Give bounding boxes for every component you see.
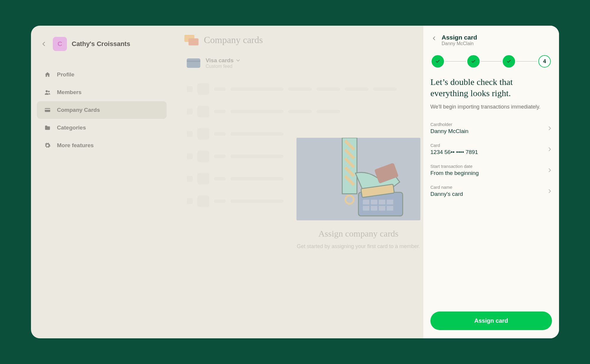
step-1-done: [432, 55, 444, 68]
sidebar-item-label: Company Cards: [57, 107, 100, 113]
chevron-right-icon: [547, 168, 552, 173]
card-icon: [44, 106, 51, 114]
home-icon: [44, 71, 51, 78]
svg-rect-13: [379, 200, 385, 204]
review-label: Card name: [430, 185, 463, 190]
chevron-left-icon: [432, 36, 437, 41]
chevron-down-icon: [236, 58, 240, 63]
panel-subtitle: Danny McClain: [442, 41, 477, 46]
svg-rect-11: [363, 200, 369, 204]
workspace-name: Cathy's Croissants: [72, 40, 130, 48]
nav-list: Profile Members Company Cards Categories: [37, 66, 167, 154]
check-icon: [435, 59, 440, 64]
main-content: Company cards Visa cards Custom feed: [173, 26, 423, 338]
review-value: 1234 56•• •••• 7891: [430, 149, 478, 155]
list-item: [184, 100, 412, 123]
gear-icon: [44, 142, 51, 149]
sidebar-item-categories[interactable]: Categories: [37, 119, 167, 137]
panel-footer: Assign card: [430, 311, 552, 330]
sidebar-item-profile[interactable]: Profile: [37, 66, 167, 83]
sidebar-item-members[interactable]: Members: [37, 83, 167, 101]
sidebar-item-label: Members: [57, 89, 81, 96]
svg-rect-18: [387, 206, 393, 211]
step-3-done: [503, 55, 515, 68]
panel-header: Assign card Danny McClain: [430, 34, 552, 46]
step-4-current: 4: [538, 55, 551, 68]
check-icon: [471, 59, 476, 64]
card-feed-selector[interactable]: Visa cards Custom feed: [184, 54, 412, 72]
chevron-left-icon: [41, 41, 47, 47]
assign-card-button[interactable]: Assign card: [430, 311, 552, 330]
review-label: Start transaction date: [430, 164, 479, 169]
sidebar-item-more-features[interactable]: More features: [37, 137, 167, 154]
members-icon: [44, 89, 51, 96]
svg-point-1: [48, 91, 50, 93]
folder-icon: [44, 124, 51, 131]
review-value: From the beginning: [430, 170, 479, 176]
promo-illustration: [296, 138, 420, 220]
visa-card-icon: [187, 58, 200, 68]
chevron-right-icon: [547, 126, 552, 131]
back-button[interactable]: [40, 40, 48, 48]
main-header: Company cards: [184, 35, 412, 45]
workspace-avatar: C: [53, 37, 67, 51]
svg-rect-3: [45, 109, 50, 110]
svg-point-0: [46, 90, 48, 92]
svg-rect-14: [387, 200, 393, 204]
review-label: Cardholder: [430, 122, 468, 127]
review-start-date[interactable]: Start transaction date From the beginnin…: [430, 160, 552, 181]
review-card[interactable]: Card 1234 56•• •••• 7891: [430, 139, 552, 160]
feed-subtitle: Custom feed: [206, 64, 240, 69]
chevron-right-icon: [547, 147, 552, 152]
stepper: 4: [430, 55, 552, 68]
empty-state-subtitle: Get started by assigning your first card…: [294, 243, 423, 250]
sidebar-item-label: Profile: [57, 71, 74, 78]
page-title: Company cards: [204, 35, 263, 45]
workspace-initial: C: [58, 40, 62, 48]
company-cards-icon: [184, 35, 199, 45]
sidebar: C Cathy's Croissants Profile Members: [31, 26, 173, 338]
app-window: C Cathy's Croissants Profile Members: [31, 26, 559, 338]
svg-rect-15: [363, 206, 369, 211]
panel-back-button[interactable]: [430, 35, 438, 42]
review-card-name[interactable]: Card name Danny's card: [430, 181, 552, 201]
sidebar-item-company-cards[interactable]: Company Cards: [37, 101, 167, 119]
check-icon: [507, 59, 511, 64]
assign-card-panel: Assign card Danny McClain 4 Let’s double…: [423, 26, 559, 338]
sidebar-header: C Cathy's Croissants: [37, 35, 167, 57]
svg-rect-12: [371, 200, 377, 204]
review-value: Danny McClain: [430, 128, 468, 135]
panel-title: Assign card: [442, 34, 477, 41]
empty-state-title: Assign company cards: [294, 229, 423, 239]
step-2-done: [467, 55, 480, 68]
svg-rect-16: [371, 206, 377, 211]
sidebar-item-label: Categories: [57, 124, 86, 131]
chevron-right-icon: [547, 189, 552, 194]
list-item: [184, 78, 412, 100]
panel-description: We'll begin importing transactions immed…: [430, 104, 552, 110]
panel-heading: Let’s double check that everything looks…: [430, 76, 552, 99]
sidebar-item-label: More features: [57, 142, 94, 149]
empty-state: Assign company cards Get started by assi…: [294, 138, 423, 250]
feed-title: Visa cards: [206, 57, 240, 64]
review-cardholder[interactable]: Cardholder Danny McClain: [430, 118, 552, 139]
review-label: Card: [430, 143, 478, 148]
review-value: Danny's card: [430, 191, 463, 197]
svg-rect-2: [45, 108, 50, 112]
svg-rect-17: [379, 206, 385, 211]
